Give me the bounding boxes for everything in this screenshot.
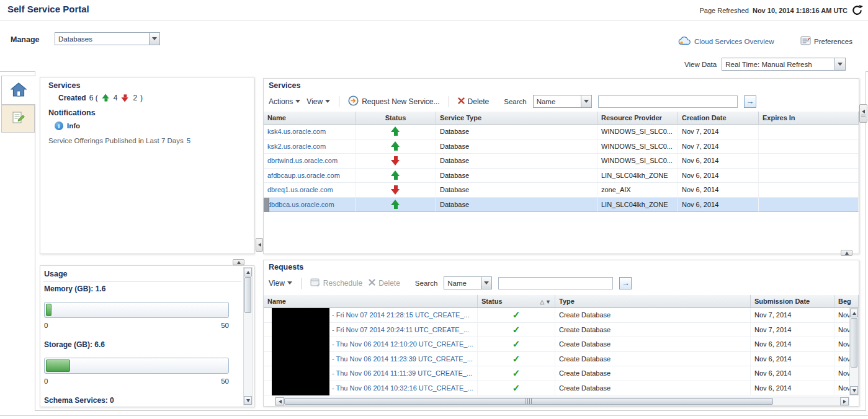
cell-service-type: Database (436, 125, 597, 139)
table-row[interactable]: - Thu Nov 06 2014 11:11:39 UTC_CREATE_..… (264, 366, 859, 381)
refresh-icon[interactable] (851, 4, 863, 16)
scroll-right-button[interactable] (840, 397, 849, 405)
service-link[interactable]: ksk4.us.oracle.com (267, 128, 326, 135)
requests-vertical-scrollbar[interactable] (849, 308, 859, 395)
services-table-body: ksk4.us.oracle.com Database WINDOWS_SI_S… (264, 125, 859, 212)
app-header: Self Service Portal Page Refreshed Nov 1… (0, 0, 868, 20)
search-field-value: Name (534, 98, 581, 105)
sort-ascending-icon[interactable] (540, 298, 544, 305)
offerings-count-link[interactable]: 5 (187, 137, 190, 144)
scrollbar-track[interactable] (850, 368, 858, 386)
scrollbar-thumb[interactable] (851, 318, 857, 368)
cell-type: Create Database (555, 352, 751, 367)
search-go-button[interactable]: → (619, 277, 632, 289)
sidebar-tab-requests[interactable] (1, 105, 35, 133)
scrollbar-track[interactable] (773, 397, 840, 405)
services-toolbar: Actions View Request New Service... Dele… (269, 94, 855, 109)
scrollbar-thumb[interactable] (284, 398, 773, 405)
service-link[interactable]: afdbcaup.us.oracle.com (267, 172, 340, 179)
reschedule-button[interactable]: Reschedule (310, 278, 362, 289)
search-go-button[interactable]: → (744, 95, 756, 108)
table-row[interactable]: - Thu Nov 06 2014 11:23:39 UTC_CREATE_..… (264, 352, 859, 367)
collapse-up-splitter-button[interactable] (233, 259, 244, 265)
actions-label: Actions (269, 97, 293, 106)
edge-splitter-handle[interactable] (859, 104, 867, 123)
cell-status (478, 381, 555, 396)
table-row[interactable]: - Fri Nov 07 2014 20:24:11 UTC_CREATE_..… (264, 323, 859, 338)
actions-menu-button[interactable]: Actions (269, 97, 300, 106)
table-row[interactable]: afdbcaup.us.oracle.com Database LIN_SLC0… (264, 169, 859, 183)
cell-status (356, 139, 436, 154)
search-field-select[interactable]: Name (444, 276, 492, 289)
view-data-select[interactable]: Real Time: Manual Refresh (722, 58, 846, 71)
col-header-status[interactable]: Status (478, 295, 555, 308)
view-menu-button[interactable]: View (269, 279, 292, 288)
request-link[interactable]: - Thu Nov 06 2014 12:10:20 UTC_CREATE_..… (332, 340, 473, 348)
sort-descending-icon[interactable] (545, 298, 551, 305)
table-row[interactable]: - Fri Nov 07 2014 21:28:15 UTC_CREATE_..… (264, 308, 859, 323)
scroll-down-button[interactable] (244, 396, 252, 405)
delete-button[interactable]: Delete (369, 279, 400, 288)
services-table-header: Name Status Service Type Resource Provid… (264, 112, 859, 125)
memory-gauge-fill (46, 304, 51, 316)
search-input[interactable] (498, 277, 613, 289)
collapse-up-splitter-button[interactable] (841, 250, 852, 256)
service-link[interactable]: dbdbca.us.oracle.com (267, 201, 334, 208)
cloud-services-overview-link[interactable]: Cloud Services Overview (678, 36, 774, 46)
request-link[interactable]: - Thu Nov 06 2014 11:11:39 UTC_CREATE_..… (332, 369, 472, 377)
scroll-up-button[interactable] (244, 268, 252, 276)
status-header-label: Status (481, 298, 503, 305)
col-header-name[interactable]: Name (264, 295, 478, 308)
status-arrow-icon (391, 170, 400, 180)
usage-vertical-scrollbar[interactable] (243, 267, 253, 405)
search-field-select[interactable]: Name (533, 95, 592, 108)
col-header-begin-date[interactable]: Beg (834, 295, 859, 308)
request-link[interactable]: - Thu Nov 06 2014 11:23:39 UTC_CREATE_..… (332, 355, 473, 363)
col-header-resource-provider[interactable]: Resource Provider (597, 112, 678, 125)
requests-horizontal-scrollbar[interactable] (275, 397, 849, 406)
status-check-icon (512, 368, 521, 379)
request-link[interactable]: - Thu Nov 06 2014 10:32:16 UTC_CREATE_..… (332, 384, 473, 392)
manage-select[interactable]: Databases (55, 32, 160, 45)
preferences-link[interactable]: Preferences (800, 36, 852, 46)
manage-label: Manage (11, 35, 40, 44)
scroll-left-button[interactable] (275, 397, 284, 405)
service-link[interactable]: dbreq1.us.oracle.com (267, 186, 333, 193)
status-arrow-icon (391, 126, 400, 136)
table-row[interactable]: ksk2.us.oracle.com Database WINDOWS_SI_S… (264, 139, 859, 154)
delete-button[interactable]: Delete (458, 97, 490, 106)
chevron-down-icon (834, 58, 845, 70)
search-input[interactable] (598, 95, 738, 108)
col-header-submission-date[interactable]: Submission Date (751, 295, 834, 308)
service-link[interactable]: dbrtwind.us.oracle.com (267, 157, 338, 164)
scroll-up-button[interactable] (850, 309, 858, 317)
service-link[interactable]: ksk2.us.oracle.com (267, 143, 326, 150)
view-menu-button[interactable]: View (306, 97, 330, 106)
table-row[interactable]: - Thu Nov 06 2014 12:10:20 UTC_CREATE_..… (264, 337, 859, 352)
col-header-type[interactable]: Type (555, 295, 751, 308)
scrollbar-track[interactable] (244, 314, 252, 396)
col-header-service-type[interactable]: Service Type (436, 112, 597, 125)
table-row[interactable]: - Thu Nov 06 2014 10:32:16 UTC_CREATE_..… (264, 381, 859, 396)
cell-creation-date: Nov 6, 2014 (678, 198, 759, 213)
request-new-service-button[interactable]: Request New Service... (348, 95, 439, 108)
request-link[interactable]: - Fri Nov 07 2014 21:28:15 UTC_CREATE_..… (332, 311, 470, 319)
memory-gauge-scale: 0 50 (44, 322, 229, 329)
memory-gauge (44, 302, 229, 318)
scrollbar-thumb[interactable] (244, 277, 251, 313)
table-row[interactable]: dbreq1.us.oracle.com Database zone_AIX N… (264, 183, 859, 198)
cell-status (356, 154, 436, 169)
table-row[interactable]: ksk4.us.oracle.com Database WINDOWS_SI_S… (264, 125, 859, 139)
col-header-name[interactable]: Name (264, 112, 356, 125)
table-row-selected[interactable]: dbdbca.us.oracle.com Database LIN_SLC04l… (264, 198, 859, 213)
cell-status (478, 366, 555, 381)
scroll-down-button[interactable] (850, 386, 858, 395)
status-arrow-icon (391, 185, 400, 195)
request-link[interactable]: - Fri Nov 07 2014 20:24:11 UTC_CREATE_..… (332, 326, 469, 333)
col-header-status[interactable]: Status (356, 112, 436, 125)
table-row[interactable]: dbrtwind.us.oracle.com Database WINDOWS_… (264, 154, 859, 169)
collapse-left-splitter-button[interactable] (256, 238, 263, 252)
sidebar-tab-home[interactable] (1, 76, 35, 105)
col-header-expires-in[interactable]: Expires In (759, 112, 859, 125)
col-header-creation-date[interactable]: Creation Date (678, 112, 759, 125)
